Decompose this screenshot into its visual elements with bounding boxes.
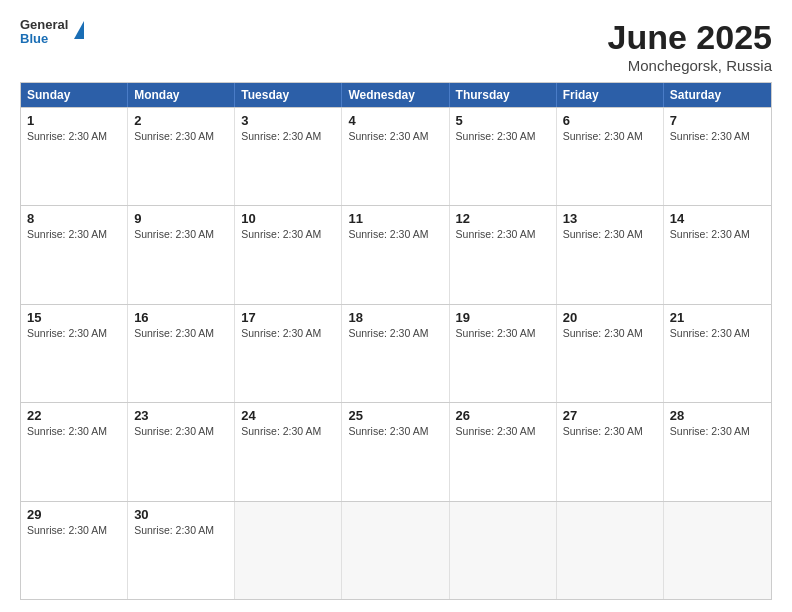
cell-jun-15: 15 Sunrise: 2:30 AM [21,305,128,402]
day-number: 30 [134,507,228,522]
day-number: 8 [27,211,121,226]
sunrise-text: Sunrise: 2:30 AM [27,327,107,339]
header-sunday: Sunday [21,83,128,107]
cell-jun-25: 25 Sunrise: 2:30 AM [342,403,449,500]
day-number: 27 [563,408,657,423]
week-1: 1 Sunrise: 2:30 AM 2 Sunrise: 2:30 AM 3 … [21,107,771,205]
sunrise-text: Sunrise: 2:30 AM [456,130,536,142]
day-number: 25 [348,408,442,423]
day-number: 10 [241,211,335,226]
day-number: 4 [348,113,442,128]
day-number: 20 [563,310,657,325]
page-header: General Blue June 2025 Monchegorsk, Russ… [20,18,772,74]
cell-empty-5 [664,502,771,599]
header-tuesday: Tuesday [235,83,342,107]
week-3: 15 Sunrise: 2:30 AM 16 Sunrise: 2:30 AM … [21,304,771,402]
sunrise-text: Sunrise: 2:30 AM [348,228,428,240]
cell-jun-10: 10 Sunrise: 2:30 AM [235,206,342,303]
week-2: 8 Sunrise: 2:30 AM 9 Sunrise: 2:30 AM 10… [21,205,771,303]
week-4: 22 Sunrise: 2:30 AM 23 Sunrise: 2:30 AM … [21,402,771,500]
day-number: 22 [27,408,121,423]
sunrise-text: Sunrise: 2:30 AM [241,228,321,240]
header-friday: Friday [557,83,664,107]
cell-jun-16: 16 Sunrise: 2:30 AM [128,305,235,402]
calendar-header: Sunday Monday Tuesday Wednesday Thursday… [21,83,771,107]
sunrise-text: Sunrise: 2:30 AM [348,425,428,437]
day-number: 24 [241,408,335,423]
day-number: 6 [563,113,657,128]
sunrise-text: Sunrise: 2:30 AM [27,425,107,437]
calendar: Sunday Monday Tuesday Wednesday Thursday… [20,82,772,600]
cell-jun-29: 29 Sunrise: 2:30 AM [21,502,128,599]
header-thursday: Thursday [450,83,557,107]
sunrise-text: Sunrise: 2:30 AM [241,425,321,437]
day-number: 18 [348,310,442,325]
day-number: 12 [456,211,550,226]
cell-jun-9: 9 Sunrise: 2:30 AM [128,206,235,303]
header-saturday: Saturday [664,83,771,107]
header-wednesday: Wednesday [342,83,449,107]
day-number: 23 [134,408,228,423]
cell-empty-2 [342,502,449,599]
sunrise-text: Sunrise: 2:30 AM [456,228,536,240]
cell-jun-26: 26 Sunrise: 2:30 AM [450,403,557,500]
sunrise-text: Sunrise: 2:30 AM [134,130,214,142]
sunrise-text: Sunrise: 2:30 AM [563,425,643,437]
logo-blue: Blue [20,32,68,46]
cell-jun-28: 28 Sunrise: 2:30 AM [664,403,771,500]
week-5: 29 Sunrise: 2:30 AM 30 Sunrise: 2:30 AM [21,501,771,599]
day-number: 21 [670,310,765,325]
cell-jun-22: 22 Sunrise: 2:30 AM [21,403,128,500]
day-number: 11 [348,211,442,226]
cell-empty-4 [557,502,664,599]
sunrise-text: Sunrise: 2:30 AM [670,327,750,339]
cell-jun-20: 20 Sunrise: 2:30 AM [557,305,664,402]
sunrise-text: Sunrise: 2:30 AM [563,228,643,240]
day-number: 9 [134,211,228,226]
cell-empty-3 [450,502,557,599]
title-block: June 2025 Monchegorsk, Russia [608,18,772,74]
sunrise-text: Sunrise: 2:30 AM [348,327,428,339]
sunrise-text: Sunrise: 2:30 AM [134,228,214,240]
cell-jun-7: 7 Sunrise: 2:30 AM [664,108,771,205]
cell-empty-1 [235,502,342,599]
sunrise-text: Sunrise: 2:30 AM [27,228,107,240]
day-number: 14 [670,211,765,226]
cell-jun-3: 3 Sunrise: 2:30 AM [235,108,342,205]
day-number: 26 [456,408,550,423]
day-number: 13 [563,211,657,226]
sunrise-text: Sunrise: 2:30 AM [27,524,107,536]
day-number: 1 [27,113,121,128]
month-year-title: June 2025 [608,18,772,57]
cell-jun-6: 6 Sunrise: 2:30 AM [557,108,664,205]
sunrise-text: Sunrise: 2:30 AM [27,130,107,142]
cell-jun-1: 1 Sunrise: 2:30 AM [21,108,128,205]
cell-jun-13: 13 Sunrise: 2:30 AM [557,206,664,303]
header-monday: Monday [128,83,235,107]
sunrise-text: Sunrise: 2:30 AM [348,130,428,142]
cell-jun-14: 14 Sunrise: 2:30 AM [664,206,771,303]
cell-jun-5: 5 Sunrise: 2:30 AM [450,108,557,205]
cell-jun-18: 18 Sunrise: 2:30 AM [342,305,449,402]
sunrise-text: Sunrise: 2:30 AM [563,130,643,142]
day-number: 5 [456,113,550,128]
sunrise-text: Sunrise: 2:30 AM [456,425,536,437]
logo-general: General [20,18,68,32]
cell-jun-19: 19 Sunrise: 2:30 AM [450,305,557,402]
sunrise-text: Sunrise: 2:30 AM [134,524,214,536]
cell-jun-4: 4 Sunrise: 2:30 AM [342,108,449,205]
sunrise-text: Sunrise: 2:30 AM [456,327,536,339]
cell-jun-17: 17 Sunrise: 2:30 AM [235,305,342,402]
calendar-body: 1 Sunrise: 2:30 AM 2 Sunrise: 2:30 AM 3 … [21,107,771,599]
sunrise-text: Sunrise: 2:30 AM [563,327,643,339]
sunrise-text: Sunrise: 2:30 AM [670,130,750,142]
cell-jun-8: 8 Sunrise: 2:30 AM [21,206,128,303]
cell-jun-27: 27 Sunrise: 2:30 AM [557,403,664,500]
sunrise-text: Sunrise: 2:30 AM [670,425,750,437]
cell-jun-2: 2 Sunrise: 2:30 AM [128,108,235,205]
day-number: 28 [670,408,765,423]
cell-jun-11: 11 Sunrise: 2:30 AM [342,206,449,303]
day-number: 19 [456,310,550,325]
day-number: 7 [670,113,765,128]
sunrise-text: Sunrise: 2:30 AM [670,228,750,240]
